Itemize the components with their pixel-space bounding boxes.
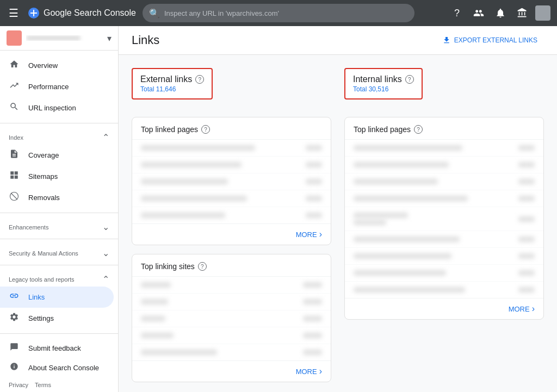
table-row — [345, 140, 543, 157]
internal-links-heading: Internal links — [353, 74, 402, 84]
external-top-linking-more-button[interactable]: MORE › — [132, 360, 331, 382]
external-top-linking-sites-card: Top linking sites ? — [132, 254, 331, 382]
more-label-1: MORE — [296, 231, 317, 239]
legacy-chevron-icon: ⌃ — [102, 274, 109, 284]
privacy-link[interactable]: Privacy — [9, 382, 28, 388]
submit-feedback-button[interactable]: Submit feedback — [0, 338, 118, 358]
table-row — [345, 157, 543, 173]
export-button[interactable]: EXPORT EXTERNAL LINKS — [436, 33, 544, 48]
links-content: External links ? Total 11,646 Top linked… — [119, 55, 557, 392]
app-logo: Google Search Console — [27, 7, 136, 20]
sidebar-item-performance[interactable]: Performance — [0, 76, 114, 97]
sidebar-item-settings[interactable]: Settings — [0, 308, 114, 329]
sidebar-item-links[interactable]: Links — [0, 287, 114, 308]
help-button[interactable]: ? — [448, 4, 466, 22]
external-links-header: External links ? Total 11,646 — [132, 68, 213, 99]
performance-label: Performance — [28, 83, 69, 91]
index-section[interactable]: Index ⌃ — [0, 128, 118, 145]
page-title: Links — [132, 33, 159, 47]
info-icon — [9, 362, 20, 373]
sidebar-item-coverage[interactable]: Coverage — [0, 145, 114, 166]
top-linking-help-icon[interactable]: ? — [198, 262, 207, 271]
internal-top-linked-header: Top linked pages ? — [345, 117, 543, 140]
topbar: ☰ Google Search Console 🔍 ? — [0, 0, 557, 26]
external-top-linked-label: Top linked pages — [141, 125, 198, 134]
legacy-section[interactable]: Legacy tools and reports ⌃ — [0, 270, 118, 287]
table-row — [132, 344, 331, 360]
settings-icon — [9, 312, 20, 325]
security-label: Security & Manual Actions — [9, 250, 78, 257]
table-row — [345, 265, 543, 282]
table-row — [132, 294, 331, 310]
table-row — [345, 173, 543, 190]
external-top-linked-more-button[interactable]: MORE › — [132, 223, 331, 245]
removals-label: Removals — [28, 194, 60, 202]
sidebar-item-sitemaps[interactable]: Sitemaps — [0, 166, 114, 187]
more-label-3: MORE — [509, 305, 530, 313]
about-console-label: About Search Console — [28, 364, 99, 372]
table-row — [345, 282, 543, 298]
internal-top-linked-pages-card: Top linked pages ? — [344, 117, 544, 320]
external-top-linking-label: Top linking sites — [141, 262, 195, 271]
sidebar: ▾ Overview Performance URL inspection — [0, 26, 119, 392]
internal-links-help-icon[interactable]: ? — [405, 75, 414, 84]
external-links-column: External links ? Total 11,646 Top linked… — [132, 68, 331, 391]
enhancements-section[interactable]: Enhancements ⌄ — [0, 217, 118, 234]
terms-link[interactable]: Terms — [35, 382, 51, 388]
more-arrow-icon-3: › — [532, 304, 535, 314]
sitemaps-icon — [9, 170, 20, 183]
external-top-linked-header: Top linked pages ? — [132, 117, 331, 140]
submit-feedback-label: Submit feedback — [28, 344, 81, 352]
top-linked-help-icon[interactable]: ? — [201, 125, 210, 134]
export-label: EXPORT EXTERNAL LINKS — [454, 36, 537, 44]
table-row — [132, 327, 331, 344]
external-links-heading: External links — [140, 74, 192, 84]
people-button[interactable] — [470, 4, 487, 22]
enhancements-label: Enhancements — [9, 224, 48, 231]
security-chevron-icon: ⌄ — [102, 248, 109, 258]
export-icon — [442, 36, 451, 45]
divider-3 — [0, 239, 118, 239]
logo-icon — [27, 7, 40, 20]
external-top-linked-pages-card: Top linked pages ? — [132, 117, 331, 245]
sidebar-footer: Submit feedback About Search Console Pri… — [0, 333, 118, 392]
removals-icon — [9, 191, 20, 204]
topbar-actions: ? — [448, 4, 550, 22]
apps-button[interactable] — [513, 4, 531, 22]
search-input[interactable] — [164, 9, 408, 17]
external-links-total: Total 11,646 — [140, 85, 204, 93]
overview-label: Overview — [28, 61, 58, 70]
links-label: Links — [28, 293, 45, 301]
table-row — [345, 190, 543, 207]
main-header: Links EXPORT EXTERNAL LINKS — [119, 26, 557, 55]
index-section-label: Index — [9, 134, 23, 141]
security-section[interactable]: Security & Manual Actions ⌄ — [0, 244, 118, 260]
internal-links-header: Internal links ? Total 30,516 — [344, 68, 423, 99]
property-selector[interactable]: ▾ — [0, 26, 118, 51]
legacy-label: Legacy tools and reports — [9, 276, 74, 283]
apps-icon — [517, 8, 528, 18]
about-console-button[interactable]: About Search Console — [0, 358, 118, 377]
external-top-linking-body — [132, 277, 331, 360]
internal-top-linked-more-button[interactable]: MORE › — [345, 298, 543, 319]
property-icon — [7, 30, 22, 46]
sidebar-item-url-inspection[interactable]: URL inspection — [0, 97, 114, 119]
sitemaps-label: Sitemaps — [28, 172, 58, 181]
divider-4 — [0, 265, 118, 265]
external-links-help-icon[interactable]: ? — [195, 75, 204, 84]
sidebar-item-removals[interactable]: Removals — [0, 187, 114, 208]
menu-icon[interactable]: ☰ — [7, 4, 21, 22]
internal-links-total: Total 30,516 — [353, 85, 414, 93]
layout: ▾ Overview Performance URL inspection — [0, 26, 557, 392]
notifications-button[interactable] — [492, 4, 509, 22]
divider-2 — [0, 213, 118, 213]
performance-icon — [9, 80, 20, 93]
coverage-label: Coverage — [28, 151, 59, 159]
sidebar-item-overview[interactable]: Overview — [0, 55, 114, 76]
search-bar[interactable]: 🔍 — [143, 4, 414, 22]
table-row — [132, 140, 331, 157]
avatar[interactable] — [535, 5, 550, 21]
more-label-2: MORE — [296, 368, 317, 376]
internal-top-linked-help-icon[interactable]: ? — [414, 125, 423, 134]
url-inspection-label: URL inspection — [28, 104, 76, 112]
